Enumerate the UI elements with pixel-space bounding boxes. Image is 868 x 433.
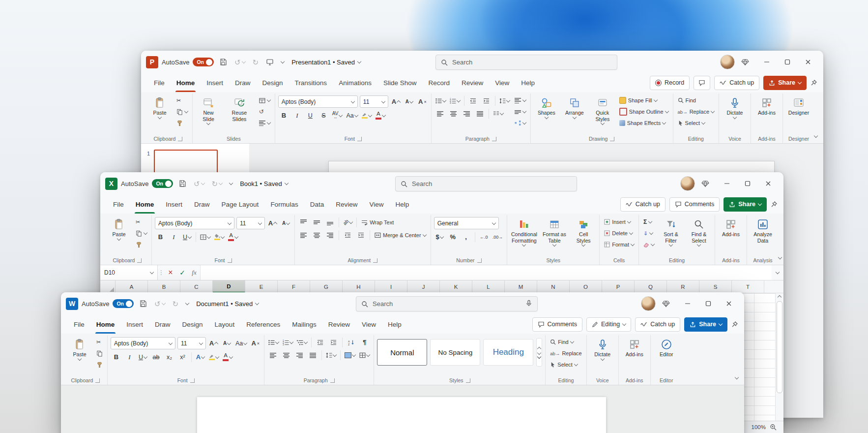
word-titlebar[interactable]: W AutoSave On ↺ ↻ Document1 • Saved Sear…	[61, 292, 744, 315]
font-name-select[interactable]: Aptos (Body)	[278, 95, 358, 108]
tab-draw[interactable]: Draw	[229, 73, 257, 92]
catch-up-button[interactable]: Catch up	[620, 197, 665, 212]
tab-insert[interactable]: Insert	[160, 195, 188, 214]
copy-button[interactable]	[134, 228, 148, 238]
autosave-toggle[interactable]: On	[193, 58, 214, 66]
scroll-up-icon[interactable]	[778, 295, 781, 299]
undo-icon[interactable]: ↺	[192, 177, 206, 190]
font-color-button[interactable]: A	[375, 110, 386, 121]
column-header[interactable]: K	[440, 280, 472, 293]
shape-outline-button[interactable]: Shape Outline	[618, 107, 670, 117]
format-cells-button[interactable]: Format	[603, 240, 636, 249]
italic-button[interactable]: I	[168, 232, 179, 242]
column-header[interactable]: E	[245, 280, 278, 293]
tab-view[interactable]: View	[356, 315, 382, 334]
text-direction-button[interactable]	[513, 95, 527, 105]
excel-titlebar[interactable]: X AutoSave On ↺ ↻ Book1 • Saved Search	[100, 172, 783, 195]
paste-button[interactable]: Paste	[106, 216, 132, 241]
increase-indent-button[interactable]	[328, 337, 339, 347]
premium-diamond-icon[interactable]	[699, 177, 711, 190]
format-as-table-button[interactable]: Format as Table	[541, 216, 569, 247]
align-left-button[interactable]	[298, 230, 309, 240]
decrease-indent-button[interactable]	[315, 337, 326, 347]
tab-review[interactable]: Review	[322, 315, 356, 334]
tab-draw[interactable]: Draw	[188, 195, 216, 214]
change-case-button[interactable]: Aa	[345, 110, 358, 121]
text-highlight-button[interactable]	[361, 110, 373, 121]
copy-button[interactable]	[175, 107, 189, 117]
convert-smartart-button[interactable]	[513, 118, 527, 128]
add-ins-button[interactable]: Add-ins	[622, 336, 647, 358]
bullets-button[interactable]	[434, 95, 447, 106]
gallery-up-icon[interactable]	[537, 347, 541, 351]
tab-data[interactable]: Data	[304, 195, 330, 214]
format-painter-button[interactable]	[95, 360, 104, 370]
dialog-launcher-icon[interactable]	[190, 378, 195, 383]
column-header[interactable]: I	[375, 280, 407, 293]
tab-file[interactable]: File	[107, 195, 130, 214]
minimize-button[interactable]	[717, 176, 737, 191]
column-header[interactable]: Q	[635, 280, 667, 293]
align-right-button[interactable]	[324, 230, 336, 240]
tab-home[interactable]: Home	[171, 73, 201, 92]
decrease-font-size-button[interactable]: A	[221, 338, 232, 348]
cut-button[interactable]: ✂	[95, 337, 104, 347]
tab-design[interactable]: Design	[257, 73, 289, 92]
superscript-button[interactable]: x²	[177, 352, 188, 362]
reuse-slides-button[interactable]: Reuse Slides	[224, 94, 255, 123]
column-header[interactable]: C	[180, 280, 213, 293]
tab-view[interactable]: View	[363, 195, 389, 214]
cut-button[interactable]: ✂	[175, 95, 189, 105]
tab-animations[interactable]: Animations	[333, 73, 377, 92]
tab-record[interactable]: Record	[422, 73, 456, 92]
dialog-launcher-icon[interactable]	[357, 137, 362, 141]
word-search-box[interactable]: Search	[356, 296, 538, 311]
italic-button[interactable]: I	[124, 352, 135, 362]
insert-function-icon[interactable]: fx	[188, 265, 200, 280]
tab-insert[interactable]: Insert	[120, 315, 149, 334]
collapse-ribbon-icon[interactable]	[779, 252, 781, 261]
align-center-button[interactable]	[281, 350, 292, 360]
new-slide-button[interactable]: New Slide	[196, 94, 221, 125]
tab-draw[interactable]: Draw	[149, 315, 176, 334]
column-header[interactable]: O	[570, 280, 602, 293]
align-text-button[interactable]	[513, 107, 527, 117]
zoom-icon[interactable]	[770, 424, 777, 431]
editing-mode-button[interactable]: Editing	[586, 317, 631, 332]
style-heading[interactable]: Heading	[483, 339, 533, 366]
top-align-button[interactable]	[298, 217, 309, 227]
numbering-button[interactable]: 123	[449, 95, 461, 106]
conditional-formatting-button[interactable]: Conditional Formatting	[510, 216, 538, 247]
gallery-more-icon[interactable]	[537, 355, 541, 359]
ppt-document-title[interactable]: Presentation1 • Saved	[291, 59, 361, 66]
tab-view[interactable]: View	[489, 73, 515, 92]
comments-button[interactable]	[694, 76, 710, 90]
comments-button[interactable]: Comments	[669, 197, 720, 212]
replace-button[interactable]: ab→Replace	[549, 348, 583, 358]
editor-button[interactable]: Editor	[654, 336, 679, 358]
pin-ribbon-icon[interactable]	[731, 321, 738, 328]
quick-styles-button[interactable]: Quick Styles	[590, 94, 615, 125]
cut-button[interactable]: ✂	[134, 217, 148, 227]
align-center-button[interactable]	[448, 108, 459, 119]
dialog-launcher-icon[interactable]	[137, 258, 142, 263]
powerpoint-app-icon[interactable]: P	[146, 56, 158, 68]
minimize-button[interactable]	[677, 296, 698, 311]
pin-ribbon-icon[interactable]	[771, 201, 778, 208]
save-icon[interactable]	[176, 177, 188, 190]
italic-button[interactable]: I	[291, 110, 303, 121]
middle-align-button[interactable]	[311, 217, 322, 227]
dictate-button[interactable]: Dictate	[590, 336, 615, 361]
tab-slide-show[interactable]: Slide Show	[377, 73, 423, 92]
font-name-select[interactable]: Aptos (Body)	[111, 337, 175, 349]
add-ins-button[interactable]: Add-ins	[754, 94, 780, 117]
autosave-toggle[interactable]: On	[113, 299, 134, 308]
undo-icon[interactable]: ↺	[232, 55, 247, 69]
bold-button[interactable]: B	[155, 232, 166, 242]
orientation-button[interactable]: ab	[342, 217, 353, 227]
column-header[interactable]: M	[505, 280, 537, 293]
clear-button[interactable]	[642, 240, 656, 249]
justify-button[interactable]	[474, 108, 486, 119]
column-header[interactable]: B	[148, 280, 180, 293]
find-button[interactable]: Find	[549, 337, 583, 347]
